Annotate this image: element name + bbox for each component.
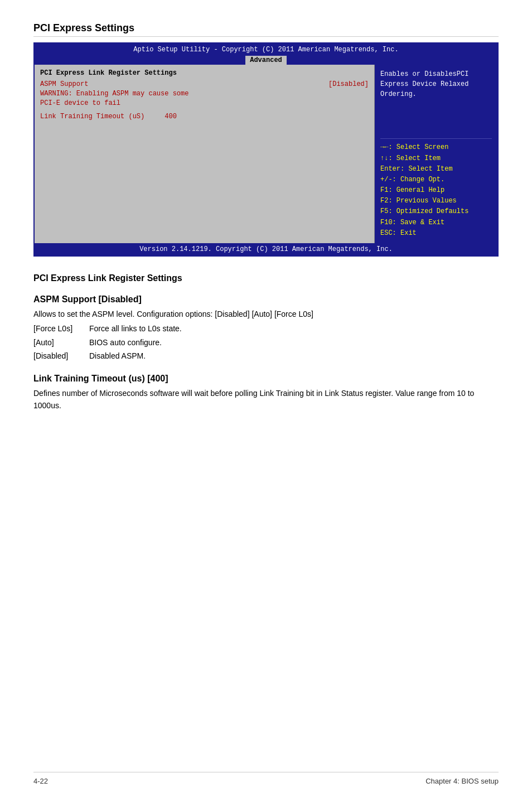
footer-page-number: 4-22 <box>33 777 48 785</box>
timeout-value: 400 <box>165 113 177 120</box>
bios-section-header: PCI Express Link Register Settings <box>40 69 369 77</box>
def-desc-auto: BIOS auto configure. <box>89 336 162 349</box>
section-title: PCI Express Settings <box>33 22 499 37</box>
aspm-label: ASPM Support <box>40 80 88 88</box>
help-line1: Enables or DisablesPCI <box>380 69 492 79</box>
nav-key-8: F10: Save & Exit <box>380 218 492 228</box>
nav-key-6: F2: Previous Values <box>380 196 492 206</box>
def-row-force: [Force L0s] Force all links to L0s state… <box>33 322 499 335</box>
nav-key-7: F5: Optimized Defaults <box>380 206 492 217</box>
bios-content-area: PCI Express Link Register Settings ASPM … <box>35 65 497 243</box>
pci-express-settings-section: PCI Express Settings Aptio Setup Utility… <box>33 22 499 257</box>
help-line3: Ordering. <box>380 89 492 99</box>
bios-ui-box: Aptio Setup Utility - Copyright (C) 2011… <box>33 42 499 257</box>
bios-footer: Version 2.14.1219. Copyright (C) 2011 Am… <box>35 243 497 255</box>
warning-line1: WARNING: Enabling ASPM may cause some <box>40 89 369 99</box>
nav-key-9: ESC: Exit <box>380 228 492 239</box>
aspm-row[interactable]: ASPM Support [Disabled] <box>40 80 369 88</box>
timeout-row[interactable]: Link Training Timeout (uS) 400 <box>40 113 369 120</box>
doc-aspm-body: Allows to set the ASPM level. Configurat… <box>33 308 499 363</box>
doc-link-training: Link Training Timeout (us) [400] Defines… <box>33 374 499 412</box>
def-row-disabled: [Disabled] Disabled ASPM. <box>33 350 499 362</box>
def-term-auto: [Auto] <box>33 336 84 349</box>
def-desc-force: Force all links to L0s state. <box>89 322 182 335</box>
bios-help-text: Enables or DisablesPCI Express Device Re… <box>380 69 492 99</box>
bios-nav-keys: →←: Select Screen ↑↓: Select Item Enter:… <box>380 138 492 239</box>
warning-line2: PCI-E device to fail <box>40 99 369 108</box>
bios-left-panel: PCI Express Link Register Settings ASPM … <box>35 65 375 243</box>
def-row-auto: [Auto] BIOS auto configure. <box>33 336 499 349</box>
doc-aspm-title: ASPM Support [Disabled] <box>33 294 499 305</box>
doc-link-training-title: Link Training Timeout (us) [400] <box>33 374 499 384</box>
bios-warning: WARNING: Enabling ASPM may cause some PC… <box>40 89 369 108</box>
def-desc-disabled: Disabled ASPM. <box>89 350 146 362</box>
nav-key-4: +/-: Change Opt. <box>380 175 492 185</box>
nav-key-3: Enter: Select Item <box>380 164 492 175</box>
help-line2: Express Device Relaxed <box>380 79 492 89</box>
doc-link-training-body: Defines number of Microseconds software … <box>33 387 499 412</box>
nav-key-5: F1: General Help <box>380 185 492 196</box>
aspm-definitions: [Force L0s] Force all links to L0s state… <box>33 322 499 362</box>
timeout-label: Link Training Timeout (uS) <box>40 113 144 120</box>
def-term-force: [Force L0s] <box>33 322 84 335</box>
bios-right-panel: Enables or DisablesPCI Express Device Re… <box>375 65 497 243</box>
bios-tab-advanced[interactable]: Advanced <box>245 56 287 65</box>
doc-pci-link-register: PCI Express Link Register Settings <box>33 273 499 283</box>
doc-pci-link-title: PCI Express Link Register Settings <box>33 273 499 283</box>
page-footer: 4-22 Chapter 4: BIOS setup <box>33 772 499 785</box>
nav-key-2: ↑↓: Select Item <box>380 153 492 164</box>
footer-chapter: Chapter 4: BIOS setup <box>425 777 499 785</box>
nav-key-1: →←: Select Screen <box>380 142 492 153</box>
def-term-disabled: [Disabled] <box>33 350 84 362</box>
aspm-value: [Disabled] <box>328 80 369 88</box>
doc-aspm-support: ASPM Support [Disabled] Allows to set th… <box>33 294 499 363</box>
bios-tab-row: Advanced <box>35 55 497 65</box>
bios-title-bar: Aptio Setup Utility - Copyright (C) 2011… <box>35 44 497 55</box>
